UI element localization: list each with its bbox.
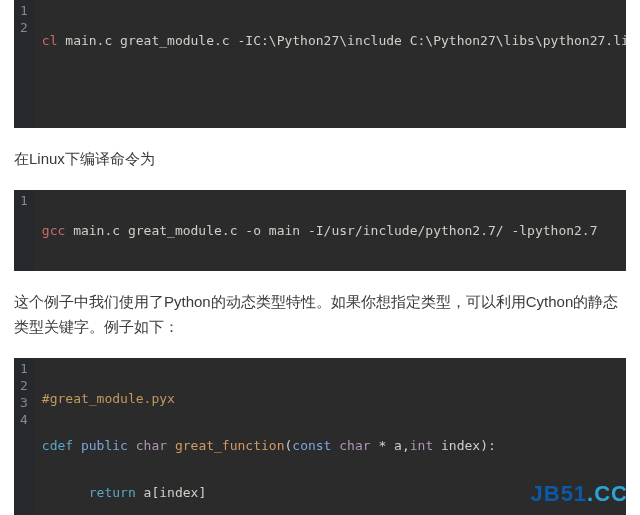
gutter: 1 2 [14,0,34,128]
token-type: int [410,438,433,453]
code-block-cl: 1 2 cl main.c great_module.c -IC:\Python… [14,0,626,128]
gutter: 1 2 3 4 [14,358,34,516]
watermark: JB51.CC [531,481,628,507]
code-content: gcc main.c great_module.c -o main -I/usr… [34,190,626,271]
watermark-part-b: .CC [587,481,628,506]
code-content: cl main.c great_module.c -IC:\Python27\i… [34,0,626,128]
line-number: 3 [20,394,28,411]
token-args: main.c great_module.c -IC:\Python27\incl… [57,33,626,48]
watermark-part-a: JB51 [531,481,588,506]
line-number: 2 [20,19,28,36]
token-keyword: return [89,485,136,500]
token-comment: #great_module.pyx [42,391,175,406]
token-type: char [136,438,167,453]
code-block-gcc: 1 gcc main.c great_module.c -o main -I/u… [14,190,626,271]
token-keyword: const [292,438,331,453]
line-number: 1 [20,192,28,209]
token-keyword: public [81,438,128,453]
token-keyword: cdef [42,438,73,453]
token-arg: index [441,438,480,453]
token-args: main.c great_module.c -o main -I/usr/inc… [65,223,597,238]
token-command: gcc [42,223,65,238]
gutter: 1 [14,190,34,271]
token-type: char [339,438,370,453]
token-var: index [159,485,198,500]
token-function: great_function [175,438,285,453]
token-arg: a [394,438,402,453]
line-number: 1 [20,2,28,19]
line-number: 1 [20,360,28,377]
line-number: 4 [20,411,28,428]
token-command: cl [42,33,58,48]
line-number: 2 [20,377,28,394]
paragraph: 这个例子中我们使用了Python的动态类型特性。如果你想指定类型，可以利用Cyt… [14,289,626,340]
paragraph: 在Linux下编译命令为 [14,146,626,172]
